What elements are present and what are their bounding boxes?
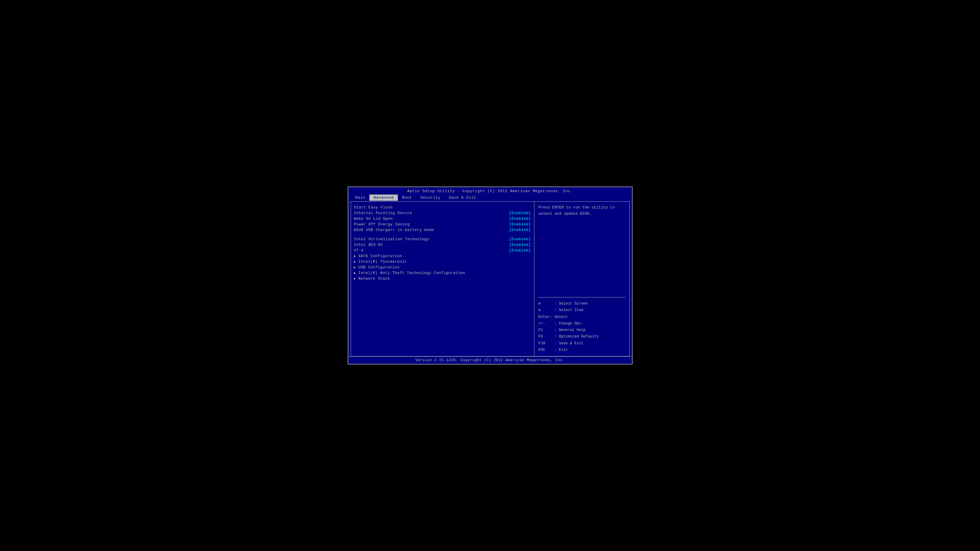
key-help-change-opt: +/- : Change Opt. — [539, 320, 625, 327]
menu-label-power-off-energy-saving: Power Off Energy Saving — [354, 222, 410, 227]
menu-item-asus-usb-charger[interactable]: ASUS USB Charger+ in battery mode [Enabl… — [354, 227, 531, 233]
menu-label-network-stack: ► Network Stack — [354, 276, 390, 281]
menu-item-intel-anti-theft[interactable]: ► Intel(R) Anti-Theft Technology Configu… — [354, 270, 531, 276]
tab-boot[interactable]: Boot — [398, 195, 416, 201]
spacer-1 — [354, 233, 531, 237]
arrow-usb: ► — [354, 266, 356, 269]
menu-item-start-easy-flash[interactable]: Start Easy Flash — [354, 205, 531, 210]
tab-security[interactable]: Security — [416, 195, 445, 201]
menu-label-start-easy-flash: Start Easy Flash — [354, 205, 393, 210]
status-text: Version 2.15.1236. Copyright (C) 2012 Am… — [415, 358, 565, 362]
bios-screen: Aptio Setup Utility - Copyright (C) 2012… — [348, 187, 633, 364]
menu-item-intel-virt-tech[interactable]: Intel Virtualization Technology [Enabled… — [354, 237, 531, 242]
right-panel: Press ENTER to run the utility to select… — [535, 202, 629, 356]
menu-item-intel-thunderbolt[interactable]: ► Intel(R) Thunderbolt — [354, 259, 531, 265]
key-desc-enter: Select — [555, 314, 568, 320]
key-help-select-item: ⇅ : Select Item — [539, 307, 625, 313]
menu-item-sata-configuration[interactable]: ► SATA Configuration — [354, 253, 531, 259]
menu-value-asus-usb-charger: [Enabled] — [509, 228, 531, 232]
key-symbol-esc: ESC — [539, 347, 555, 353]
menu-label-intel-anti-theft: ► Intel(R) Anti-Theft Technology Configu… — [354, 271, 465, 275]
key-desc-select-screen: : Select Screen — [555, 301, 588, 307]
menu-label-intel-thunderbolt: ► Intel(R) Thunderbolt — [354, 259, 407, 264]
key-desc-esc: : Exit — [555, 347, 568, 353]
key-help-select-screen: ⇄ : Select Screen — [539, 300, 625, 307]
nav-bar: Main Advanced Boot Security Save & Exit — [348, 195, 632, 201]
key-help-f9: F9 : Optimized Defaults — [539, 333, 625, 340]
menu-value-vt-d: [Enabled] — [509, 248, 531, 252]
key-desc-f1: : General Help — [555, 327, 586, 333]
menu-value-intel-aes-ni: [Enabled] — [509, 243, 531, 247]
menu-value-power-off-energy-saving: [Enabled] — [509, 222, 531, 227]
menu-label-usb-configuration: ► USB Configuration — [354, 265, 400, 270]
menu-item-vt-d[interactable]: VT-d [Enabled] — [354, 248, 531, 253]
key-desc-f9: : Optimized Defaults — [555, 333, 599, 340]
key-symbol-arrows-vert: ⇅ — [539, 307, 555, 313]
menu-item-wake-on-lid-open[interactable]: Wake On Lid Open [Enabled] — [354, 216, 531, 222]
arrow-sata: ► — [354, 254, 356, 258]
key-symbol-plus-minus: +/- — [539, 320, 555, 327]
key-help-enter: Enter: Select — [539, 314, 625, 320]
menu-item-network-stack[interactable]: ► Network Stack — [354, 276, 531, 281]
menu-label-intel-aes-ni: Intel AES-NI — [354, 243, 383, 247]
key-symbol-f9: F9 — [539, 333, 555, 340]
key-desc-change-opt: : Change Opt. — [555, 321, 584, 327]
menu-value-wake-on-lid-open: [Enabled] — [509, 216, 531, 221]
tab-save-exit[interactable]: Save & Exit — [444, 195, 480, 201]
status-bar: Version 2.15.1236. Copyright (C) 2012 Am… — [348, 356, 632, 364]
menu-item-usb-configuration[interactable]: ► USB Configuration — [354, 265, 531, 270]
content-area: Start Easy Flash Internal Pointing Devic… — [351, 202, 630, 356]
key-help-esc: ESC : Exit — [539, 347, 625, 353]
menu-item-intel-aes-ni[interactable]: Intel AES-NI [Enabled] — [354, 242, 531, 248]
menu-value-intel-virt-tech: [Enabled] — [509, 237, 531, 241]
arrow-anti-theft: ► — [354, 272, 356, 275]
menu-label-wake-on-lid-open: Wake On Lid Open — [354, 216, 393, 221]
title-bar: Aptio Setup Utility - Copyright (C) 2012… — [348, 187, 632, 195]
tab-main[interactable]: Main — [351, 195, 370, 201]
menu-label-internal-pointing-device: Internal Pointing Device — [354, 211, 412, 215]
key-help-section: ⇄ : Select Screen ⇅ : Select Item Enter:… — [539, 300, 625, 353]
key-help-f1: F1 : General Help — [539, 327, 625, 333]
key-help-f10: F10 : Save & Exit — [539, 340, 625, 347]
key-symbol-f1: F1 — [539, 327, 555, 333]
menu-label-asus-usb-charger: ASUS USB Charger+ in battery mode — [354, 228, 434, 232]
title-text: Aptio Setup Utility - Copyright (C) 2012… — [407, 189, 573, 193]
menu-label-intel-virt-tech: Intel Virtualization Technology — [354, 237, 430, 241]
key-desc-f10: : Save & Exit — [555, 340, 584, 347]
tab-advanced[interactable]: Advanced — [369, 195, 398, 201]
menu-item-internal-pointing-device[interactable]: Internal Pointing Device [Enabled] — [354, 210, 531, 216]
arrow-thunderbolt: ► — [354, 260, 356, 264]
key-symbol-f10: F10 — [539, 340, 555, 347]
left-panel: Start Easy Flash Internal Pointing Devic… — [351, 202, 535, 356]
key-symbol-arrows-horiz: ⇄ — [539, 300, 555, 307]
menu-label-vt-d: VT-d — [354, 248, 364, 252]
menu-value-internal-pointing-device: [Enabled] — [509, 211, 531, 215]
key-desc-select-item: : Select Item — [555, 307, 584, 313]
help-divider — [539, 297, 625, 297]
menu-label-sata-configuration: ► SATA Configuration — [354, 254, 402, 258]
key-symbol-enter: Enter: — [539, 314, 555, 320]
help-text: Press ENTER to run the utility to select… — [539, 205, 625, 294]
menu-item-power-off-energy-saving[interactable]: Power Off Energy Saving [Enabled] — [354, 222, 531, 227]
arrow-network: ► — [354, 277, 356, 281]
